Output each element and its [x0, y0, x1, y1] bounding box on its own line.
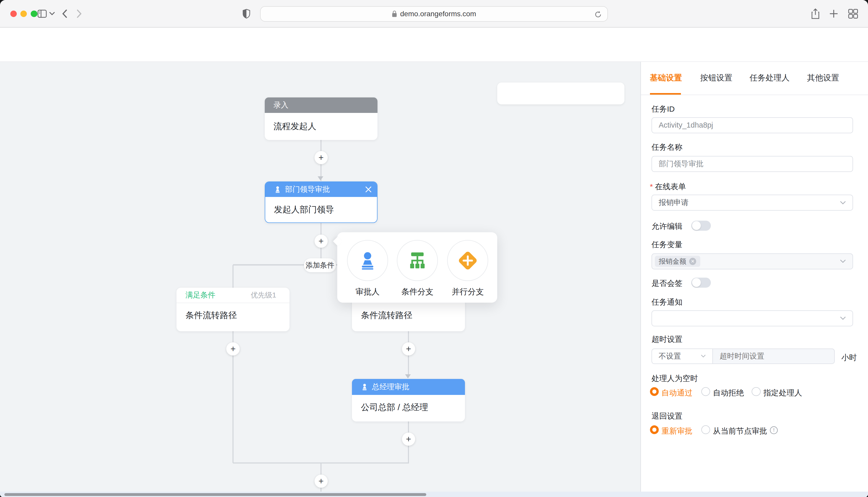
zoom-window-button[interactable]	[31, 11, 38, 17]
condition-tag: 满足条件	[185, 290, 216, 300]
forward-icon[interactable]	[77, 9, 82, 18]
close-icon[interactable]	[366, 186, 372, 193]
node-title: 部门领导审批	[285, 184, 330, 195]
reload-icon[interactable]	[594, 11, 602, 18]
new-tab-icon[interactable]	[829, 9, 838, 18]
condition-body: 条件流转路径	[352, 303, 465, 329]
sidebar-toggle-icon[interactable]	[37, 9, 47, 19]
node-title: 录入	[274, 100, 288, 110]
radio-label-auto-approve[interactable]: 自动通过	[662, 388, 692, 398]
task-id-input[interactable]	[651, 117, 853, 133]
chevron-down-icon	[840, 201, 846, 205]
tab-other-settings[interactable]: 其他设置	[807, 72, 839, 83]
tab-overview-icon[interactable]	[848, 9, 858, 19]
info-icon[interactable]: !	[770, 426, 778, 434]
timeout-label: 超时设置	[651, 334, 683, 345]
lock-icon	[392, 11, 397, 17]
parallel-branch-icon	[457, 250, 479, 272]
chevron-down-icon	[701, 354, 706, 358]
flow-canvas[interactable]: + + + + + + 录入 流程发起人 部门领导审批 发起人部门领导 添加条件	[0, 62, 640, 492]
popup-item-label: 审批人	[347, 286, 388, 297]
timeout-value-input[interactable]	[713, 349, 835, 364]
radio-auto-approve[interactable]	[650, 387, 659, 396]
address-bar[interactable]: demo.orangeforms.com	[260, 6, 608, 22]
countersign-toggle[interactable]	[691, 278, 711, 288]
radio-label-restart-approval[interactable]: 重新审批	[662, 426, 692, 437]
add-condition-label[interactable]: 添加条件	[304, 258, 336, 272]
task-variable-label: 任务变量	[651, 240, 683, 250]
url-text: demo.orangeforms.com	[400, 10, 476, 18]
tab-task-assignee[interactable]: 任务处理人	[749, 72, 789, 83]
online-form-select[interactable]: 报销申请	[651, 195, 853, 211]
task-notify-select[interactable]	[651, 310, 853, 326]
condition-priority: 优先级1	[250, 290, 276, 300]
task-id-label: 任务ID	[651, 104, 675, 114]
radio-label-assign-handler[interactable]: 指定处理人	[763, 388, 802, 398]
close-window-button[interactable]	[10, 11, 17, 17]
browser-window: demo.orangeforms.com 橙单流程设计 基础信息	[0, 0, 868, 497]
edge-left-branch	[233, 265, 234, 288]
chevron-down-icon[interactable]	[49, 12, 55, 15]
tag-label: 报销金额	[659, 257, 686, 266]
select-value: 报销申请	[659, 197, 689, 208]
radio-auto-reject[interactable]	[701, 387, 710, 396]
variable-tag: 报销金额 ✕	[655, 256, 700, 267]
tab-basic-settings[interactable]: 基础设置	[650, 72, 682, 83]
radio-label-current-node[interactable]: 从当前节点审批	[713, 426, 767, 437]
required-mark: *	[650, 182, 653, 191]
add-node-button[interactable]: +	[226, 342, 239, 355]
add-node-button[interactable]: +	[402, 432, 415, 446]
condition-branch-icon	[408, 251, 427, 270]
condition-body: 条件流转路径	[177, 303, 290, 329]
arrowhead	[318, 176, 323, 181]
reject-settings-label: 退回设置	[651, 411, 683, 422]
allow-edit-toggle[interactable]	[691, 221, 711, 231]
remove-tag-icon[interactable]: ✕	[689, 258, 697, 265]
allow-edit-label: 允许编辑	[651, 221, 683, 232]
node-condition-left[interactable]: 满足条件 优先级1 条件流转路径	[177, 288, 290, 331]
radio-label-auto-reject[interactable]: 自动拒绝	[713, 388, 744, 398]
add-node-button[interactable]: +	[315, 151, 328, 164]
add-node-button[interactable]: +	[315, 474, 328, 488]
online-form-label: * 在线表单	[650, 182, 686, 192]
back-icon[interactable]	[62, 9, 67, 18]
empty-handler-label: 处理人为空时	[651, 373, 698, 384]
settings-panel: 基础设置 按钮设置 任务处理人 其他设置 任务ID 任务名称 * 在线表单 报销…	[640, 62, 868, 492]
node-start-header: 录入	[265, 97, 378, 113]
countersign-label: 是否会签	[651, 278, 683, 289]
task-notify-label: 任务通知	[651, 297, 683, 308]
task-variable-select[interactable]: 报销金额 ✕	[651, 253, 853, 269]
node-start[interactable]: 录入 流程发起人	[265, 97, 378, 140]
browser-toolbar: demo.orangeforms.com	[0, 0, 868, 28]
popup-item-label: 条件分支	[397, 286, 438, 297]
popup-item-parallel-branch[interactable]	[447, 240, 488, 281]
horizontal-scrollbar-thumb[interactable]	[4, 493, 426, 496]
node-dept-body: 发起人部门领导	[265, 197, 377, 224]
radio-current-node[interactable]	[701, 425, 710, 434]
tab-button-settings[interactable]: 按钮设置	[700, 72, 732, 83]
radio-assign-handler[interactable]	[752, 387, 760, 396]
node-gm-approval[interactable]: 总经理审批 公司总部 / 总经理	[352, 379, 465, 422]
task-name-input[interactable]	[651, 156, 853, 172]
node-type-popup: 审批人 条件分支 并行分支	[337, 232, 497, 302]
share-icon[interactable]	[811, 8, 820, 19]
approver-stamp-icon	[274, 186, 281, 193]
popup-item-label: 并行分支	[447, 286, 488, 297]
add-node-button[interactable]: +	[402, 342, 415, 355]
node-dept-approval[interactable]: 部门领导审批 发起人部门领导	[265, 182, 378, 223]
privacy-shield-icon[interactable]	[243, 9, 250, 19]
radio-restart-approval[interactable]	[650, 425, 659, 434]
canvas-toolbar: − 100% +	[497, 83, 624, 105]
approver-stamp-icon	[361, 383, 368, 390]
popup-item-condition-branch[interactable]	[397, 240, 438, 281]
app-header: 橙单流程设计 基础信息 流程变量 流程状态 流程设计 切换 保存 返回	[0, 28, 868, 62]
timeout-mode-select[interactable]: 不设置	[651, 349, 713, 364]
node-dept-header: 部门领导审批	[265, 182, 377, 197]
popup-item-approver[interactable]	[347, 240, 388, 281]
node-gm-body: 公司总部 / 总经理	[352, 395, 465, 421]
arrowhead	[405, 374, 411, 379]
approver-stamp-icon	[358, 251, 377, 270]
add-node-button-active[interactable]: +	[315, 235, 328, 248]
condition-header: 满足条件 优先级1	[177, 288, 290, 303]
minimize-window-button[interactable]	[20, 11, 27, 17]
